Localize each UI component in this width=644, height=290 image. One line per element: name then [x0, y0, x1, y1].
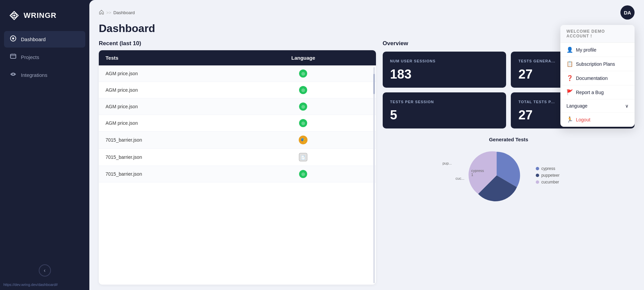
left-panel: Recent (last 10) Tests Language AGM pric… [99, 40, 376, 285]
table-row: 7015_barrier.json 🎭 [99, 132, 376, 149]
pie-label-cuc: cuc... [456, 176, 464, 180]
chart-area: cypress 1 pup... cuc... [383, 145, 635, 206]
stat-value-per-session: 5 [390, 108, 499, 122]
dropdown-language[interactable]: Language ∨ [560, 99, 635, 113]
breadcrumb-current: Dashboard [113, 10, 135, 15]
svg-text:◎: ◎ [301, 88, 305, 92]
logo-icon [8, 9, 20, 22]
sidebar-label-dashboard: Dashboard [21, 36, 46, 42]
table-row: AGM price.json ◎ [99, 98, 376, 115]
collapse-icon: ‹ [44, 267, 46, 273]
svg-point-0 [13, 14, 15, 17]
legend-label-pup: puppeteer [541, 173, 559, 178]
dropdown-logout-label: Logout [576, 117, 590, 122]
documentation-icon: ❓ [566, 75, 573, 81]
scrollbar-thumb [373, 74, 375, 94]
legend-pup: puppeteer [536, 173, 559, 178]
svg-rect-3 [10, 54, 16, 58]
table-row: 7015_barrier.json 📄 [99, 149, 376, 166]
subscription-icon: 📋 [566, 61, 573, 67]
legend-label-cuc: cucumber [541, 180, 559, 184]
logout-icon: 🏃 [566, 116, 573, 123]
pie-chart-wrapper: cypress 1 pup... cuc... [454, 145, 563, 206]
table-row: AGM price.json ◎ [99, 65, 376, 82]
recent-title: Recent (last 10) [99, 40, 376, 47]
breadcrumb-home-icon[interactable] [99, 9, 104, 16]
pie-label-cypress: cypress 1 [471, 169, 484, 177]
svg-point-2 [12, 37, 14, 39]
dropdown-subscription-label: Subscription Plans [576, 61, 615, 67]
sidebar-item-projects[interactable]: Projects [4, 49, 85, 65]
table-row: 7015_barrier.json ◎ [99, 166, 376, 182]
row-test-name: AGM price.json [106, 87, 237, 93]
pie-legend: cypress puppeteer cucumber [536, 166, 559, 184]
table-row: AGM price.json ◎ [99, 82, 376, 98]
breadcrumb: >> Dashboard [99, 9, 135, 16]
table-scrollbar[interactable] [373, 67, 375, 283]
chart-title: Generated Tests [383, 137, 635, 142]
sidebar-collapse-button[interactable]: ‹ [39, 264, 51, 277]
legend-cuc: cucumber [536, 180, 559, 184]
recent-table: Tests Language AGM price.json ◎ AGM pric… [99, 50, 376, 285]
sidebar-nav: Dashboard Projects Integrations [0, 31, 89, 83]
table-header: Tests Language [99, 50, 376, 65]
row-test-name: 7015_barrier.json [106, 171, 237, 177]
stat-label-per-session: TESTS PER SESSION [390, 100, 499, 104]
chart-section: Generated Tests cypress 1 pup... cuc... [383, 133, 635, 285]
svg-text:📄: 📄 [301, 155, 305, 160]
integrations-icon [9, 71, 17, 79]
row-lang-icon: ◎ [237, 119, 369, 127]
dropdown-documentation-label: Documentation [576, 76, 608, 81]
projects-icon [9, 53, 17, 61]
stat-value-sessions: 183 [390, 67, 499, 82]
user-dropdown: WELCOME DEMO ACCOUNT ! 👤 My profile 📋 Su… [560, 25, 635, 127]
logo-text: WRINGR [24, 11, 57, 20]
dropdown-my-profile-label: My profile [576, 47, 596, 53]
stat-card-sessions: NUM USER SESSIONS 183 [383, 52, 506, 88]
stat-label-sessions: NUM USER SESSIONS [390, 59, 499, 63]
pie-label-pup: pup... [442, 161, 452, 165]
sidebar: WRINGR Dashboard Projects [0, 0, 89, 290]
legend-dot-pup [536, 174, 539, 177]
dropdown-report-bug[interactable]: 🚩 Report a Bug [560, 85, 635, 99]
row-test-name: 7015_barrier.json [106, 137, 237, 143]
svg-text:◎: ◎ [301, 104, 305, 109]
row-test-name: AGM price.json [106, 104, 237, 109]
col-tests-header: Tests [106, 55, 237, 61]
dropdown-header: WELCOME DEMO ACCOUNT ! [560, 25, 635, 43]
dropdown-my-profile[interactable]: 👤 My profile [560, 43, 635, 57]
dropdown-subscription[interactable]: 📋 Subscription Plans [560, 57, 635, 71]
legend-dot-cuc [536, 180, 539, 184]
legend-dot-cypress [536, 167, 539, 170]
sidebar-label-integrations: Integrations [21, 72, 47, 78]
table-row: AGM price.json ◎ [99, 115, 376, 132]
row-lang-icon: ◎ [237, 69, 369, 78]
report-bug-icon: 🚩 [566, 89, 573, 95]
svg-text:◎: ◎ [301, 71, 305, 76]
row-test-name: AGM price.json [106, 71, 237, 76]
sidebar-label-projects: Projects [21, 54, 39, 60]
avatar-button[interactable]: DA [620, 5, 635, 20]
stat-card-per-session: TESTS PER SESSION 5 [383, 92, 506, 128]
topbar: >> Dashboard DA WELCOME DEMO ACCOUNT ! 👤… [89, 0, 644, 20]
sidebar-item-dashboard[interactable]: Dashboard [4, 31, 85, 48]
row-lang-icon: ◎ [237, 102, 369, 111]
legend-cypress: cypress [536, 166, 559, 171]
legend-label-cypress: cypress [541, 166, 555, 171]
profile-icon: 👤 [566, 47, 573, 53]
sidebar-item-integrations[interactable]: Integrations [4, 67, 85, 83]
user-menu-container: DA WELCOME DEMO ACCOUNT ! 👤 My profile 📋… [620, 5, 635, 20]
logo[interactable]: WRINGR [0, 0, 89, 31]
col-language-header: Language [237, 55, 369, 61]
dropdown-report-bug-label: Report a Bug [576, 90, 604, 95]
row-lang-icon: 🎭 [237, 135, 369, 145]
svg-text:🎭: 🎭 [300, 137, 306, 143]
row-lang-icon: ◎ [237, 86, 369, 94]
main-content: >> Dashboard DA WELCOME DEMO ACCOUNT ! 👤… [89, 0, 644, 290]
row-test-name: 7015_barrier.json [106, 154, 237, 160]
dropdown-logout[interactable]: 🏃 Logout [560, 113, 635, 127]
language-label: Language [566, 103, 587, 109]
dropdown-documentation[interactable]: ❓ Documentation [560, 71, 635, 85]
row-test-name: AGM price.json [106, 120, 237, 126]
svg-text:◎: ◎ [301, 172, 305, 176]
